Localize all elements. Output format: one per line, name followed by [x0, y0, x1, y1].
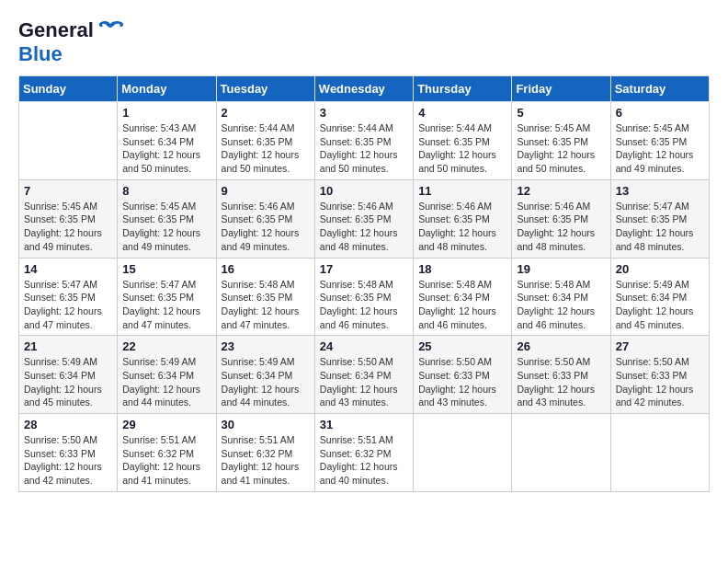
calendar-cell: 15Sunrise: 5:47 AM Sunset: 6:35 PM Dayli…	[118, 258, 216, 336]
day-info: Sunrise: 5:49 AM Sunset: 6:34 PM Dayligh…	[122, 355, 210, 409]
calendar-week-row: 28Sunrise: 5:50 AM Sunset: 6:33 PM Dayli…	[19, 414, 710, 492]
day-info: Sunrise: 5:48 AM Sunset: 6:35 PM Dayligh…	[222, 278, 310, 332]
logo-general-text: General	[18, 18, 94, 42]
day-info: Sunrise: 5:46 AM Sunset: 6:35 PM Dayligh…	[320, 200, 408, 254]
day-info: Sunrise: 5:50 AM Sunset: 6:33 PM Dayligh…	[616, 355, 704, 409]
day-info: Sunrise: 5:50 AM Sunset: 6:34 PM Dayligh…	[320, 355, 408, 409]
calendar-cell: 29Sunrise: 5:51 AM Sunset: 6:32 PM Dayli…	[118, 414, 216, 492]
calendar-cell: 4Sunrise: 5:44 AM Sunset: 6:35 PM Daylig…	[414, 102, 512, 180]
calendar-cell: 8Sunrise: 5:45 AM Sunset: 6:35 PM Daylig…	[118, 179, 216, 258]
day-info: Sunrise: 5:48 AM Sunset: 6:34 PM Dayligh…	[517, 278, 605, 332]
calendar-cell: 12Sunrise: 5:46 AM Sunset: 6:35 PM Dayli…	[512, 179, 610, 258]
day-number: 11	[418, 184, 506, 198]
day-info: Sunrise: 5:47 AM Sunset: 6:35 PM Dayligh…	[616, 200, 704, 254]
day-number: 4	[418, 106, 506, 120]
day-number: 7	[24, 184, 112, 198]
day-number: 8	[122, 184, 210, 198]
calendar-table: SundayMondayTuesdayWednesdayThursdayFrid…	[18, 75, 710, 492]
calendar-cell: 6Sunrise: 5:45 AM Sunset: 6:35 PM Daylig…	[610, 102, 709, 180]
day-number: 15	[122, 262, 210, 276]
calendar-cell: 10Sunrise: 5:46 AM Sunset: 6:35 PM Dayli…	[314, 179, 413, 258]
day-info: Sunrise: 5:44 AM Sunset: 6:35 PM Dayligh…	[222, 121, 310, 176]
day-info: Sunrise: 5:44 AM Sunset: 6:35 PM Dayligh…	[320, 121, 408, 176]
day-info: Sunrise: 5:51 AM Sunset: 6:32 PM Dayligh…	[122, 433, 210, 488]
calendar-cell: 31Sunrise: 5:51 AM Sunset: 6:32 PM Dayli…	[314, 414, 413, 492]
calendar-cell: 2Sunrise: 5:44 AM Sunset: 6:35 PM Daylig…	[216, 102, 314, 180]
column-header-monday: Monday	[118, 76, 216, 102]
day-number: 14	[24, 262, 112, 276]
day-info: Sunrise: 5:46 AM Sunset: 6:35 PM Dayligh…	[222, 200, 310, 254]
day-info: Sunrise: 5:50 AM Sunset: 6:33 PM Dayligh…	[24, 433, 112, 488]
day-number: 26	[517, 339, 605, 353]
day-info: Sunrise: 5:48 AM Sunset: 6:35 PM Dayligh…	[320, 278, 408, 332]
day-info: Sunrise: 5:46 AM Sunset: 6:35 PM Dayligh…	[418, 200, 506, 254]
day-number: 30	[222, 418, 310, 431]
page-header: General Blue	[18, 18, 710, 66]
calendar-cell: 24Sunrise: 5:50 AM Sunset: 6:34 PM Dayli…	[314, 336, 413, 414]
day-info: Sunrise: 5:45 AM Sunset: 6:35 PM Dayligh…	[122, 200, 210, 254]
calendar-cell: 9Sunrise: 5:46 AM Sunset: 6:35 PM Daylig…	[216, 179, 314, 258]
day-number: 13	[616, 184, 704, 198]
day-number: 18	[418, 262, 506, 276]
day-info: Sunrise: 5:45 AM Sunset: 6:35 PM Dayligh…	[24, 200, 112, 254]
day-number: 16	[222, 262, 310, 276]
column-header-friday: Friday	[512, 76, 610, 102]
day-info: Sunrise: 5:43 AM Sunset: 6:34 PM Dayligh…	[122, 121, 210, 176]
calendar-header-row: SundayMondayTuesdayWednesdayThursdayFrid…	[19, 76, 710, 102]
day-info: Sunrise: 5:49 AM Sunset: 6:34 PM Dayligh…	[616, 278, 704, 332]
logo-bird-icon	[96, 20, 125, 40]
column-header-sunday: Sunday	[19, 76, 118, 102]
calendar-cell: 18Sunrise: 5:48 AM Sunset: 6:34 PM Dayli…	[414, 258, 512, 336]
day-number: 6	[616, 106, 704, 120]
day-info: Sunrise: 5:51 AM Sunset: 6:32 PM Dayligh…	[320, 433, 408, 488]
calendar-cell	[19, 102, 118, 180]
calendar-week-row: 7Sunrise: 5:45 AM Sunset: 6:35 PM Daylig…	[19, 179, 710, 258]
calendar-cell: 28Sunrise: 5:50 AM Sunset: 6:33 PM Dayli…	[19, 414, 118, 492]
calendar-cell: 5Sunrise: 5:45 AM Sunset: 6:35 PM Daylig…	[512, 102, 610, 180]
calendar-cell: 25Sunrise: 5:50 AM Sunset: 6:33 PM Dayli…	[414, 336, 512, 414]
day-info: Sunrise: 5:49 AM Sunset: 6:34 PM Dayligh…	[222, 355, 310, 409]
day-number: 24	[320, 339, 408, 353]
calendar-cell: 22Sunrise: 5:49 AM Sunset: 6:34 PM Dayli…	[118, 336, 216, 414]
calendar-cell: 13Sunrise: 5:47 AM Sunset: 6:35 PM Dayli…	[610, 179, 709, 258]
column-header-saturday: Saturday	[610, 76, 709, 102]
column-header-wednesday: Wednesday	[314, 76, 413, 102]
calendar-cell	[610, 414, 709, 492]
day-number: 1	[122, 106, 210, 120]
day-info: Sunrise: 5:45 AM Sunset: 6:35 PM Dayligh…	[616, 121, 704, 176]
calendar-week-row: 21Sunrise: 5:49 AM Sunset: 6:34 PM Dayli…	[19, 336, 710, 414]
logo: General Blue	[18, 18, 125, 66]
day-number: 2	[222, 106, 310, 120]
day-info: Sunrise: 5:51 AM Sunset: 6:32 PM Dayligh…	[222, 433, 310, 488]
day-number: 20	[616, 262, 704, 276]
calendar-cell: 26Sunrise: 5:50 AM Sunset: 6:33 PM Dayli…	[512, 336, 610, 414]
calendar-cell: 17Sunrise: 5:48 AM Sunset: 6:35 PM Dayli…	[314, 258, 413, 336]
day-number: 3	[320, 106, 408, 120]
calendar-cell: 23Sunrise: 5:49 AM Sunset: 6:34 PM Dayli…	[216, 336, 314, 414]
day-number: 9	[222, 184, 310, 198]
calendar-week-row: 14Sunrise: 5:47 AM Sunset: 6:35 PM Dayli…	[19, 258, 710, 336]
calendar-cell: 21Sunrise: 5:49 AM Sunset: 6:34 PM Dayli…	[19, 336, 118, 414]
calendar-cell: 30Sunrise: 5:51 AM Sunset: 6:32 PM Dayli…	[216, 414, 314, 492]
calendar-cell: 16Sunrise: 5:48 AM Sunset: 6:35 PM Dayli…	[216, 258, 314, 336]
day-info: Sunrise: 5:44 AM Sunset: 6:35 PM Dayligh…	[418, 121, 506, 176]
column-header-tuesday: Tuesday	[216, 76, 314, 102]
day-number: 22	[122, 339, 210, 353]
day-number: 5	[517, 106, 605, 120]
calendar-cell: 3Sunrise: 5:44 AM Sunset: 6:35 PM Daylig…	[314, 102, 413, 180]
calendar-cell: 14Sunrise: 5:47 AM Sunset: 6:35 PM Dayli…	[19, 258, 118, 336]
day-number: 19	[517, 262, 605, 276]
day-number: 17	[320, 262, 408, 276]
calendar-cell	[414, 414, 512, 492]
calendar-cell	[512, 414, 610, 492]
logo-blue-text: Blue	[18, 42, 63, 65]
day-number: 31	[320, 418, 408, 431]
day-number: 29	[122, 418, 210, 431]
calendar-cell: 27Sunrise: 5:50 AM Sunset: 6:33 PM Dayli…	[610, 336, 709, 414]
calendar-cell: 1Sunrise: 5:43 AM Sunset: 6:34 PM Daylig…	[118, 102, 216, 180]
day-number: 23	[222, 339, 310, 353]
day-number: 25	[418, 339, 506, 353]
day-info: Sunrise: 5:50 AM Sunset: 6:33 PM Dayligh…	[517, 355, 605, 409]
day-info: Sunrise: 5:47 AM Sunset: 6:35 PM Dayligh…	[122, 278, 210, 332]
day-info: Sunrise: 5:45 AM Sunset: 6:35 PM Dayligh…	[517, 121, 605, 176]
